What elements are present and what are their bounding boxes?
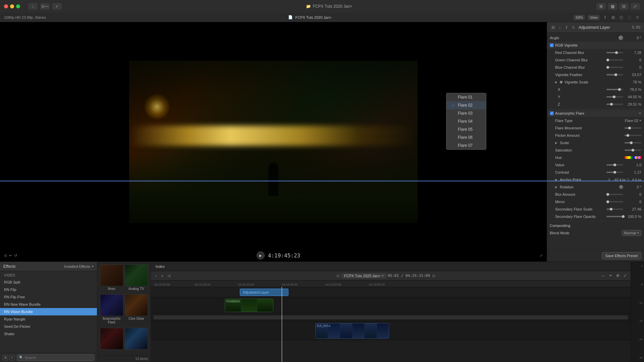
auto-zoom-btn[interactable]: ↔ xyxy=(600,273,606,279)
panel-toggle-icon[interactable]: ▤ xyxy=(610,15,616,20)
flare-type-dropdown[interactable]: Flare 01 ✓ Flare 02 Flare 03 Flare 04 Fl… xyxy=(446,93,486,150)
scale-triangle[interactable]: ▶ xyxy=(555,141,558,144)
rn-flip-free-item[interactable]: RN Flip Free xyxy=(0,293,97,301)
view-button[interactable]: View xyxy=(588,15,600,20)
installed-badge[interactable]: Installed Effects xyxy=(64,264,94,268)
flare-07-option[interactable]: Flare 07 xyxy=(446,141,486,149)
index-button[interactable]: Index xyxy=(154,264,167,269)
panel-icon-2[interactable]: ◫ xyxy=(619,15,624,20)
y-slider[interactable] xyxy=(606,96,623,98)
timeline-title-box[interactable]: FCPX Tuts 2020 Jan> xyxy=(341,273,386,279)
thumb-cine-glow[interactable]: Cine Glow xyxy=(125,294,148,326)
fullscreen-icon[interactable]: ⤢ xyxy=(631,3,640,10)
rotation-triangle[interactable]: ▶ xyxy=(555,185,558,189)
timeline-nav-right[interactable]: ▷ xyxy=(431,273,437,279)
panel-icon-audio[interactable]: ♪ xyxy=(557,25,562,30)
green-channel-blur-slider[interactable] xyxy=(606,59,623,61)
shake-item[interactable]: Shake xyxy=(0,330,97,338)
flare-06-option[interactable]: Flare 06 xyxy=(446,133,486,141)
timeline-zoom-out[interactable]: − xyxy=(154,273,158,279)
rgb-split-item[interactable]: RGB Split xyxy=(0,279,97,286)
saturation-slider[interactable] xyxy=(625,149,641,151)
save-effects-preset-button[interactable]: Save Effects Preset xyxy=(602,252,641,259)
download-icon[interactable]: ↓ xyxy=(28,3,38,10)
zoom-level[interactable]: 59% xyxy=(574,15,585,20)
vignette-scale-dial[interactable] xyxy=(560,81,562,83)
vignette-feather-slider[interactable] xyxy=(606,74,623,75)
flare-type-arrow[interactable] xyxy=(639,120,641,121)
grid-view-icon[interactable]: ⊞ xyxy=(3,355,8,360)
expand-icon[interactable]: ⤢ xyxy=(540,253,543,258)
rgb-vignette-checkbox[interactable] xyxy=(550,43,554,47)
blur-amount-slider[interactable] xyxy=(606,194,623,195)
panel-icon-4[interactable]: ⊙ xyxy=(635,15,640,20)
secondary-flare-opacity-slider[interactable] xyxy=(606,216,623,217)
search-bar[interactable]: 🔍 xyxy=(17,354,94,361)
seed-deflicker-item[interactable]: Seed De-Flicker xyxy=(0,323,97,330)
panel-icon-3[interactable]: ⬚ xyxy=(627,15,632,20)
close-button[interactable] xyxy=(4,4,8,8)
search-input[interactable] xyxy=(24,356,92,360)
thumb-anamorphic-flare[interactable]: Anamorphic Flare xyxy=(100,294,123,326)
flare-type-selector[interactable]: Flare 02 xyxy=(625,119,641,123)
z-slider[interactable] xyxy=(606,104,623,105)
grid-icon[interactable]: ⊞ xyxy=(596,3,606,10)
thumb-extra-1[interactable] xyxy=(100,328,123,353)
rn-vision-bundle-item[interactable]: RN Vision Bundle xyxy=(0,308,97,315)
flare-03-option[interactable]: Flare 03 xyxy=(446,109,486,117)
rn-flip-item[interactable]: RN Flip xyxy=(0,286,97,293)
flare-01-option[interactable]: Flare 01 xyxy=(446,93,486,101)
rn-new-wave-bundle-item[interactable]: RN New Wave Bundle xyxy=(0,301,97,308)
flare-type-row[interactable]: Flare Type Flare 02 xyxy=(552,117,644,124)
value-slider[interactable] xyxy=(606,164,623,166)
video-tool-2[interactable]: ↩ xyxy=(9,253,12,258)
maximize-button[interactable] xyxy=(16,4,20,8)
video-tool-3[interactable]: ↺ xyxy=(14,253,17,258)
play-button[interactable]: ▶ xyxy=(257,251,265,259)
blade-btn[interactable]: ✂ xyxy=(608,273,613,279)
vignette-scale-triangle[interactable]: ▶ xyxy=(555,80,558,84)
video-tool-1[interactable]: ⊙ xyxy=(4,253,7,258)
anamorphic-flare-chevron[interactable] xyxy=(639,113,641,114)
x-slider[interactable] xyxy=(606,89,623,90)
info-icon[interactable]: ℹ xyxy=(602,15,608,20)
secondary-flare-scale-slider[interactable] xyxy=(606,208,623,210)
dji-d014-clip[interactable]: DJI_D014 xyxy=(315,323,389,339)
red-channel-blur-slider[interactable] xyxy=(606,52,623,53)
angle-dial[interactable] xyxy=(619,36,623,40)
settings-icon[interactable]: ⊟ xyxy=(619,3,629,10)
ryan-nangle-item[interactable]: Ryan Nangle xyxy=(0,315,97,323)
layout-icon[interactable]: ▦ xyxy=(608,3,617,10)
flare-movement-slider[interactable] xyxy=(625,127,641,129)
panel-icon-share[interactable]: ⊙ xyxy=(571,25,576,30)
flicker-amount-slider[interactable] xyxy=(625,135,641,136)
mirror-slider[interactable] xyxy=(606,201,623,202)
timeline-nav-left[interactable]: ◁ xyxy=(335,273,340,279)
flare-02-option[interactable]: ✓ Flare 02 xyxy=(446,101,486,109)
check-icon[interactable]: ✓ xyxy=(52,3,62,10)
flare-04-option[interactable]: Flare 04 xyxy=(446,117,486,125)
p1068001-clip[interactable]: P1068001 xyxy=(225,299,273,312)
minimize-button[interactable] xyxy=(10,4,14,8)
rotation-dial[interactable] xyxy=(619,185,623,189)
thumb-extra-2[interactable] xyxy=(125,328,148,353)
scale-label: Scale xyxy=(560,141,623,145)
flare-05-option[interactable]: Flare 05 xyxy=(446,125,486,133)
timeline-fullscreen[interactable]: ⤢ xyxy=(622,273,628,279)
thumb-8mm[interactable]: 8mm xyxy=(100,264,123,293)
share-icon[interactable]: ⊙— xyxy=(40,3,50,10)
timeline-prev[interactable]: ◁ xyxy=(166,273,171,279)
list-view-icon[interactable]: ≡ xyxy=(9,355,15,360)
anamorphic-flare-checkbox[interactable] xyxy=(550,111,554,115)
hue-slider[interactable] xyxy=(625,156,641,159)
timeline-settings[interactable]: ⚙ xyxy=(615,273,621,279)
scale-slider[interactable] xyxy=(625,142,641,143)
panel-icon-video[interactable]: ▤ xyxy=(550,25,556,30)
adjustment-layer-clip[interactable]: Adjustment Layer xyxy=(240,289,288,296)
timeline-zoom-in[interactable]: + xyxy=(160,273,164,279)
blend-mode-selector[interactable]: Normal xyxy=(622,230,641,236)
thumb-analog-tv[interactable]: Analog TV xyxy=(125,264,148,293)
panel-icon-info[interactable]: ℹ xyxy=(564,25,569,30)
blue-channel-blur-slider[interactable] xyxy=(606,67,623,68)
contrast-slider[interactable] xyxy=(606,172,623,173)
